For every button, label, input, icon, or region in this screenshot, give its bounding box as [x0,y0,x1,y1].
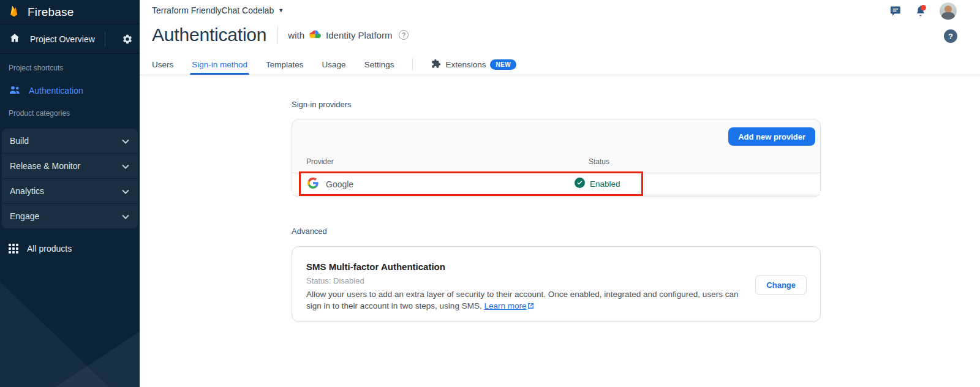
sms-mfa-title: SMS Multi-factor Authentication [306,261,445,272]
tab-users[interactable]: Users [152,54,173,75]
tab-sign-in-method[interactable]: Sign-in method [192,54,247,75]
provider-cell: Google [292,178,575,191]
sms-mfa-status: Status: Disabled [306,276,364,285]
chevron-down-icon [122,135,129,146]
change-button[interactable]: Change [755,276,807,295]
sidebar-item-label: Authentication [29,86,83,96]
project-switcher[interactable]: Terraform FriendlyChat Codelab ▼ [152,6,284,15]
sidebar-item-authentication[interactable]: Authentication [0,80,140,102]
page-title: Authentication [152,24,266,45]
tab-bar: Users Sign-in method Templates Usage Set… [140,54,980,75]
providers-heading: Sign-in providers [292,100,352,109]
users-people-icon [9,83,21,98]
with-label: with [288,30,304,40]
external-link-icon [527,301,534,312]
category-label: Engage [10,211,39,221]
category-label: Build [10,136,29,146]
dropdown-caret-icon: ▼ [278,7,284,13]
platform-name: Identity Platform [326,30,392,40]
learn-more-link[interactable]: Learn more [484,301,526,310]
firebase-flame-icon [8,5,20,20]
project-shortcuts-label: Project shortcuts [9,64,63,72]
check-circle-icon [575,178,585,190]
chevron-down-icon [122,186,129,197]
tab-templates[interactable]: Templates [266,54,304,75]
brand-name: Firebase [28,6,74,19]
topbar-icons [889,2,957,20]
providers-card: Add new provider Provider Status Google [292,119,821,197]
divider [412,58,413,70]
add-new-provider-button[interactable]: Add new provider [728,127,815,146]
page-header: Authentication with Identity Pl [152,24,409,45]
tab-usage[interactable]: Usage [322,54,346,75]
feedback-notes-icon[interactable] [889,5,902,17]
sms-mfa-description: Allow your users to add an extra layer o… [306,288,748,312]
table-row-google-provider[interactable]: Google Enabled [292,173,820,195]
firebase-console: Firebase Project Overview Project shortc… [0,0,980,387]
google-logo-icon [307,178,318,191]
sidebar-item-project-overview[interactable]: Project Overview [30,34,95,44]
product-categories-label: Product categories [9,109,70,118]
google-cloud-icon [309,29,321,41]
sidebar-category-release-monitor[interactable]: Release & Monitor [2,154,138,178]
status-badge: Enabled [590,179,620,189]
extensions-label: Extensions [445,60,486,69]
divider [105,32,105,47]
identity-platform-group: with Identity Platform ? [288,29,409,41]
tab-settings[interactable]: Settings [364,54,394,75]
main-area: Terraform FriendlyChat Codelab ▼ [140,0,980,387]
category-label: Release & Monitor [10,161,80,171]
advanced-heading: Advanced [292,227,327,236]
puzzle-extensions-icon [431,59,441,70]
status-cell: Enabled [575,178,620,190]
chevron-down-icon [122,211,129,222]
notification-dot [921,5,926,10]
new-badge: NEW [490,59,516,70]
category-list: Build Release & Monitor Analytics Engage [2,129,138,228]
project-name: Terraform FriendlyChat Codelab [152,6,274,15]
help-outline-icon[interactable]: ? [399,30,409,40]
sidebar-category-analytics[interactable]: Analytics [2,179,138,203]
divider [277,26,278,43]
project-settings-gear-icon[interactable] [115,34,140,45]
all-products-label: All products [27,244,72,254]
column-header-provider: Provider [306,157,334,166]
provider-name: Google [326,179,353,189]
chevron-down-icon [122,160,129,171]
category-label: Analytics [10,186,44,196]
sidebar: Firebase Project Overview Project shortc… [0,0,140,387]
help-button[interactable]: ? [944,29,957,43]
column-header-status: Status [589,157,609,166]
sidebar-category-engage[interactable]: Engage [2,204,138,228]
project-overview-row: Project Overview [0,25,140,54]
notifications-bell-icon[interactable] [914,5,927,17]
sidebar-item-all-products[interactable]: All products [0,238,140,259]
firebase-brand[interactable]: Firebase [0,0,140,24]
home-icon [9,32,20,46]
user-avatar[interactable] [940,2,957,20]
grid-apps-icon [9,244,18,254]
sidebar-category-build[interactable]: Build [2,129,138,153]
tab-extensions[interactable]: Extensions NEW [431,54,516,75]
sms-mfa-card: SMS Multi-factor Authentication Status: … [292,246,821,322]
